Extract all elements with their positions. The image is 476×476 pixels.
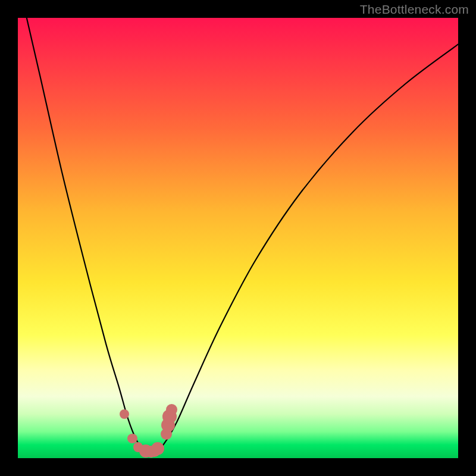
data-marker bbox=[127, 434, 137, 443]
watermark-text: TheBottleneck.com bbox=[360, 2, 469, 17]
bottleneck-curve bbox=[27, 18, 458, 453]
chart-frame: TheBottleneck.com bbox=[0, 0, 476, 476]
curve-svg bbox=[18, 18, 458, 458]
plot-area bbox=[18, 18, 458, 458]
data-marker bbox=[166, 404, 177, 415]
